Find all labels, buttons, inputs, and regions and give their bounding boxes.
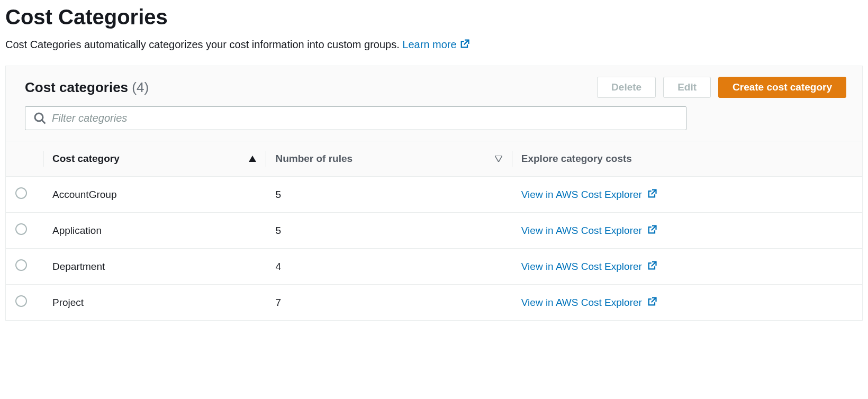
view-in-cost-explorer-link[interactable]: View in AWS Cost Explorer <box>521 297 657 308</box>
delete-button[interactable]: Delete <box>597 77 656 98</box>
search-icon <box>33 112 46 126</box>
cell-name: AccountGroup <box>43 177 266 213</box>
sort-asc-icon <box>249 153 256 165</box>
column-explore: Explore category costs <box>512 141 862 177</box>
edit-button[interactable]: Edit <box>663 77 711 98</box>
cell-name: Application <box>43 213 266 249</box>
page-description: Cost Categories automatically categorize… <box>5 39 863 52</box>
create-cost-category-button[interactable]: Create cost category <box>718 77 846 98</box>
external-link-icon <box>645 189 657 200</box>
cell-rules: 7 <box>266 285 511 321</box>
learn-more-link[interactable]: Learn more <box>402 39 470 50</box>
column-explore-label: Explore category costs <box>521 153 632 164</box>
table-row: Application5View in AWS Cost Explorer <box>6 213 862 249</box>
column-number-of-rules-label: Number of rules <box>275 153 352 165</box>
external-link-icon <box>645 297 657 308</box>
cell-rules: 5 <box>266 213 511 249</box>
table-row: Project7View in AWS Cost Explorer <box>6 285 862 321</box>
sort-desc-icon <box>495 153 502 165</box>
panel-title-text: Cost categories <box>25 79 128 95</box>
column-select <box>6 141 43 177</box>
row-radio[interactable] <box>15 187 27 199</box>
page-title: Cost Categories <box>5 5 863 29</box>
filter-categories-input[interactable] <box>25 106 686 130</box>
filter-wrapper <box>25 106 846 130</box>
panel-title: Cost categories (4) <box>25 79 149 96</box>
page-description-text: Cost Categories automatically categorize… <box>5 39 400 50</box>
cell-rules: 4 <box>266 249 511 285</box>
cell-rules: 5 <box>266 177 511 213</box>
view-in-cost-explorer-link[interactable]: View in AWS Cost Explorer <box>521 261 657 272</box>
column-cost-category-label: Cost category <box>52 153 120 165</box>
cell-name: Department <box>43 249 266 285</box>
learn-more-text: Learn more <box>402 39 456 50</box>
svg-point-0 <box>35 113 43 121</box>
row-radio[interactable] <box>15 223 27 235</box>
cell-name: Project <box>43 285 266 321</box>
column-number-of-rules[interactable]: Number of rules <box>266 141 511 177</box>
panel-actions: Delete Edit Create cost category <box>597 77 846 98</box>
external-link-icon <box>645 225 657 236</box>
column-cost-category[interactable]: Cost category <box>43 141 266 177</box>
external-link-icon <box>645 261 657 272</box>
view-in-cost-explorer-link[interactable]: View in AWS Cost Explorer <box>521 225 657 236</box>
view-in-cost-explorer-link[interactable]: View in AWS Cost Explorer <box>521 189 657 200</box>
row-radio[interactable] <box>15 295 27 307</box>
table-row: AccountGroup5View in AWS Cost Explorer <box>6 177 862 213</box>
external-link-icon <box>459 39 470 52</box>
panel-header: Cost categories (4) Delete Edit Create c… <box>6 66 862 141</box>
table-row: Department4View in AWS Cost Explorer <box>6 249 862 285</box>
cost-categories-table: Cost category Number of rules <box>6 141 862 320</box>
panel-count: (4) <box>132 79 149 95</box>
cost-categories-panel: Cost categories (4) Delete Edit Create c… <box>5 66 863 321</box>
row-radio[interactable] <box>15 259 27 271</box>
